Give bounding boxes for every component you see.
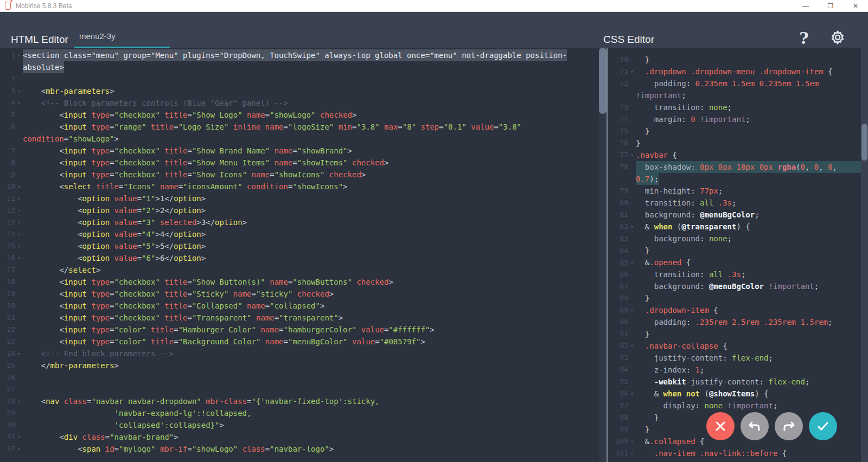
code-line[interactable]: 2 bbox=[0, 73, 599, 85]
code-line[interactable]: 5 <input type="checkbox" title="Show Log… bbox=[0, 109, 599, 121]
code-text[interactable]: & when not (@showItems) { bbox=[636, 388, 768, 400]
code-line[interactable]: 74 margin: 0 !important; bbox=[608, 113, 868, 125]
code-line[interactable]: 25 </mbr-parameters> bbox=[0, 360, 599, 371]
code-line[interactable]: 27 bbox=[0, 383, 599, 395]
code-text[interactable]: 0.7); bbox=[636, 173, 659, 185]
apply-button[interactable] bbox=[809, 412, 837, 440]
close-button[interactable]: ✕ bbox=[843, 0, 868, 12]
code-text[interactable]: &.collapsed { bbox=[636, 435, 704, 447]
fold-arrow-icon[interactable]: ▾ bbox=[15, 216, 23, 228]
fold-arrow-icon[interactable]: ▾ bbox=[628, 149, 636, 161]
html-code-editor[interactable]: 1▾<section class="menu" group="Menu" plu… bbox=[0, 48, 599, 462]
code-line[interactable]: absolute> bbox=[0, 61, 599, 73]
code-text[interactable]: margin: 0 !important; bbox=[636, 113, 750, 125]
code-text[interactable]: } bbox=[636, 54, 649, 66]
code-text[interactable]: transition: all .3s; bbox=[636, 268, 745, 280]
fold-arrow-icon[interactable]: ▾ bbox=[628, 256, 636, 268]
code-line[interactable]: 80 transition: all .3s; bbox=[608, 197, 868, 209]
code-line[interactable]: 97 display: none !important; bbox=[608, 400, 868, 412]
code-line[interactable]: 31▾ <div class="navbar-brand"> bbox=[0, 431, 599, 443]
code-text[interactable]: padding: .235rem 2.5rem .235rem 1.5rem; bbox=[636, 316, 832, 328]
fold-arrow-icon[interactable]: ▾ bbox=[15, 97, 23, 109]
code-text[interactable]: } bbox=[636, 245, 649, 256]
code-text[interactable]: 'navbar-expand-lg':!collapsed, bbox=[23, 407, 251, 419]
code-text[interactable]: <input type="color" title="Hamburger Col… bbox=[23, 324, 435, 336]
fold-arrow-icon[interactable]: ▾ bbox=[628, 435, 636, 447]
help-icon[interactable]: ? bbox=[795, 29, 813, 48]
code-line[interactable]: 87 background: @menuBgColor !important; bbox=[608, 280, 868, 292]
tab-menu2-3y[interactable]: menu2-3y bbox=[74, 31, 170, 48]
code-text[interactable]: condition="showLogo"> bbox=[23, 133, 119, 145]
code-line[interactable]: 85▾ &.opened { bbox=[608, 256, 868, 268]
code-text[interactable]: transition: all .3s; bbox=[636, 197, 736, 209]
code-line[interactable]: 10▾ <select title="Icons" name="iconsAmo… bbox=[0, 181, 599, 193]
code-text[interactable]: background: @menuBgColor; bbox=[636, 209, 760, 221]
code-text[interactable]: <input type="checkbox" title="Show Brand… bbox=[23, 145, 352, 157]
fold-arrow-icon[interactable]: ▾ bbox=[15, 240, 23, 252]
code-line[interactable]: 75 } bbox=[608, 125, 868, 137]
restore-button[interactable]: ❐ bbox=[818, 0, 843, 12]
gear-icon[interactable] bbox=[829, 30, 846, 49]
code-line[interactable]: 86 transition: all .3s; bbox=[608, 268, 868, 280]
code-line[interactable]: 30 'collapsed':collapsed}"> bbox=[0, 419, 599, 431]
code-line[interactable]: 14▾ <option value="4">4</option> bbox=[0, 228, 599, 240]
code-text[interactable]: &.opened { bbox=[636, 256, 691, 268]
code-text[interactable]: <section class="menu" group="Menu" plugi… bbox=[23, 49, 567, 61]
undo-button[interactable] bbox=[741, 412, 769, 440]
code-line[interactable]: 13▾ <option value="3" selected>3</option… bbox=[0, 216, 599, 228]
html-editor-scrollbar[interactable] bbox=[599, 48, 607, 462]
code-text[interactable]: .navbar { bbox=[636, 149, 677, 161]
code-line[interactable]: 76} bbox=[608, 137, 868, 149]
code-line[interactable]: 20 <input type="checkbox" title="Collaps… bbox=[0, 300, 599, 312]
code-line[interactable]: 92▾ .navbar-collapse { bbox=[608, 340, 868, 352]
code-text[interactable]: display: none !important; bbox=[636, 400, 777, 412]
code-text[interactable]: } bbox=[636, 412, 659, 424]
code-line[interactable]: 22 <input type="color" title="Hamburger … bbox=[0, 324, 599, 336]
code-line[interactable]: condition="showLogo"> bbox=[0, 133, 599, 145]
code-line[interactable]: 29 'navbar-expand-lg':!collapsed, bbox=[0, 407, 599, 419]
fold-arrow-icon[interactable]: ▾ bbox=[15, 204, 23, 216]
fold-arrow-icon[interactable]: ▾ bbox=[15, 181, 23, 193]
code-line[interactable]: 72 padding: 0.235em 1.5em 0.235em 1.5em bbox=[608, 78, 868, 89]
fold-arrow-icon[interactable]: ▾ bbox=[628, 340, 636, 352]
code-text[interactable]: } bbox=[636, 125, 649, 137]
code-line[interactable]: 96▾ & when not (@showItems) { bbox=[608, 388, 868, 400]
code-text[interactable]: </select> bbox=[23, 264, 100, 276]
code-text[interactable]: absolute> bbox=[23, 61, 64, 73]
fold-arrow-icon[interactable]: ▾ bbox=[15, 348, 23, 360]
code-line[interactable]: 82▾ & when (@transparent) { bbox=[608, 221, 868, 233]
code-line[interactable]: 23 <input type="color" title="Background… bbox=[0, 336, 599, 348]
code-text[interactable]: <input type="checkbox" title="Show Menu … bbox=[23, 157, 388, 169]
code-text[interactable]: .dropdown-item { bbox=[636, 304, 718, 316]
code-line[interactable]: 19 <input type="checkbox" title="Sticky"… bbox=[0, 288, 599, 300]
code-line[interactable]: 17 </select> bbox=[0, 264, 599, 276]
css-code-editor[interactable]: 70 }71▾ .dropdown .dropdown-menu .dropdo… bbox=[608, 48, 868, 462]
redo-button[interactable] bbox=[775, 412, 803, 440]
code-line[interactable]: 94 z-index: 1; bbox=[608, 364, 868, 376]
code-text[interactable]: } bbox=[636, 328, 649, 340]
code-line[interactable]: 95 -webkit-justify-content: flex-end; bbox=[608, 376, 868, 388]
code-line[interactable]: 89▾ .dropdown-item { bbox=[608, 304, 868, 316]
code-text[interactable]: background: @menuBgColor !important; bbox=[636, 280, 819, 292]
minimize-button[interactable]: — bbox=[793, 0, 818, 12]
fold-arrow-icon[interactable]: ▾ bbox=[15, 395, 23, 407]
fold-arrow-icon[interactable]: ▾ bbox=[628, 388, 636, 400]
code-line[interactable]: 101▾ .nav-item .nav-link::before { bbox=[608, 447, 868, 459]
code-line[interactable]: 11▾ <option value="1">1</option> bbox=[0, 193, 599, 204]
code-text[interactable]: <option value="6">6</option> bbox=[23, 252, 206, 264]
code-line[interactable]: 84 } bbox=[608, 245, 868, 256]
code-text[interactable]: <input type="checkbox" title="Collapsed"… bbox=[23, 300, 324, 312]
code-text[interactable]: <option value="2">2</option> bbox=[23, 204, 206, 216]
code-line[interactable]: 6 <input type="range" title="Logo Size" … bbox=[0, 121, 599, 133]
code-line[interactable]: 15▾ <option value="5">5</option> bbox=[0, 240, 599, 252]
fold-arrow-icon[interactable]: ▾ bbox=[15, 431, 23, 443]
code-line[interactable]: 83 background: none; bbox=[608, 233, 868, 245]
code-text[interactable]: <select title="Icons" name="iconsAmount"… bbox=[23, 181, 348, 193]
code-text[interactable]: <option value="3" selected>3</option> bbox=[23, 216, 247, 228]
code-text[interactable]: <input type="checkbox" title="Sticky" na… bbox=[23, 288, 334, 300]
code-text[interactable]: <!-- Block parameters controls (Blue "Ge… bbox=[23, 97, 288, 109]
code-text[interactable]: 'collapsed':collapsed}"> bbox=[23, 419, 224, 431]
code-text[interactable]: <input type="color" title="Background Co… bbox=[23, 336, 425, 348]
code-text[interactable]: <option value="5">5</option> bbox=[23, 240, 206, 252]
code-line[interactable]: 9 <input type="checkbox" title="Show Ico… bbox=[0, 169, 599, 181]
